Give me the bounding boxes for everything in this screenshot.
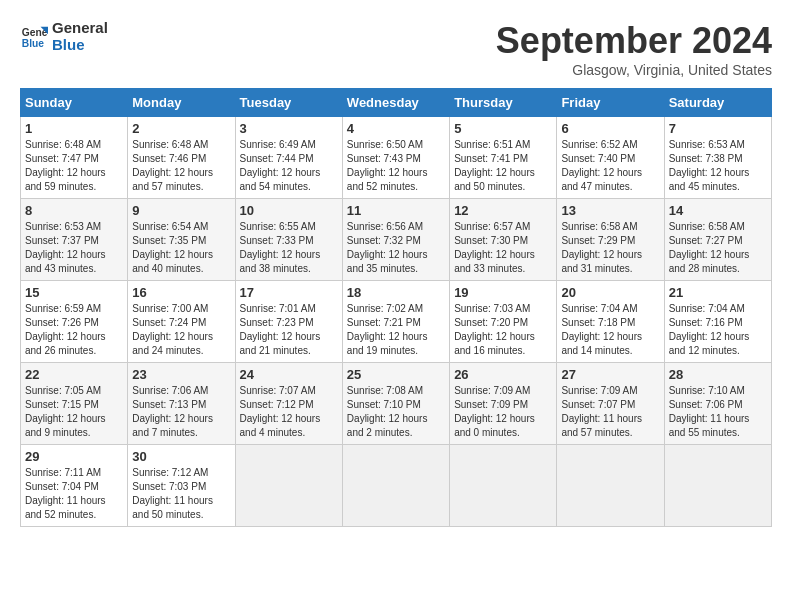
calendar-week-row: 8Sunrise: 6:53 AM Sunset: 7:37 PM Daylig… (21, 199, 772, 281)
day-detail: Sunrise: 6:50 AM Sunset: 7:43 PM Dayligh… (347, 138, 445, 194)
logo-line2: Blue (52, 37, 108, 54)
day-number: 11 (347, 203, 445, 218)
day-detail: Sunrise: 7:12 AM Sunset: 7:03 PM Dayligh… (132, 466, 230, 522)
weekday-row: SundayMondayTuesdayWednesdayThursdayFrid… (21, 89, 772, 117)
calendar-cell (235, 445, 342, 527)
day-detail: Sunrise: 7:08 AM Sunset: 7:10 PM Dayligh… (347, 384, 445, 440)
day-detail: Sunrise: 6:53 AM Sunset: 7:37 PM Dayligh… (25, 220, 123, 276)
day-detail: Sunrise: 6:54 AM Sunset: 7:35 PM Dayligh… (132, 220, 230, 276)
day-number: 24 (240, 367, 338, 382)
day-detail: Sunrise: 6:56 AM Sunset: 7:32 PM Dayligh… (347, 220, 445, 276)
day-number: 17 (240, 285, 338, 300)
calendar-cell: 2Sunrise: 6:48 AM Sunset: 7:46 PM Daylig… (128, 117, 235, 199)
day-detail: Sunrise: 6:48 AM Sunset: 7:47 PM Dayligh… (25, 138, 123, 194)
location: Glasgow, Virginia, United States (496, 62, 772, 78)
day-number: 12 (454, 203, 552, 218)
day-number: 13 (561, 203, 659, 218)
weekday-header: Saturday (664, 89, 771, 117)
day-number: 27 (561, 367, 659, 382)
calendar-table: SundayMondayTuesdayWednesdayThursdayFrid… (20, 88, 772, 527)
calendar-cell: 1Sunrise: 6:48 AM Sunset: 7:47 PM Daylig… (21, 117, 128, 199)
day-detail: Sunrise: 7:00 AM Sunset: 7:24 PM Dayligh… (132, 302, 230, 358)
logo-line1: General (52, 20, 108, 37)
day-detail: Sunrise: 7:09 AM Sunset: 7:07 PM Dayligh… (561, 384, 659, 440)
logo-icon: General Blue (20, 23, 48, 51)
day-detail: Sunrise: 6:55 AM Sunset: 7:33 PM Dayligh… (240, 220, 338, 276)
day-number: 26 (454, 367, 552, 382)
day-detail: Sunrise: 7:01 AM Sunset: 7:23 PM Dayligh… (240, 302, 338, 358)
calendar-cell: 26Sunrise: 7:09 AM Sunset: 7:09 PM Dayli… (450, 363, 557, 445)
day-number: 23 (132, 367, 230, 382)
day-number: 1 (25, 121, 123, 136)
day-number: 18 (347, 285, 445, 300)
calendar-header: SundayMondayTuesdayWednesdayThursdayFrid… (21, 89, 772, 117)
calendar-cell: 20Sunrise: 7:04 AM Sunset: 7:18 PM Dayli… (557, 281, 664, 363)
title-area: September 2024 Glasgow, Virginia, United… (496, 20, 772, 78)
calendar-week-row: 15Sunrise: 6:59 AM Sunset: 7:26 PM Dayli… (21, 281, 772, 363)
calendar-body: 1Sunrise: 6:48 AM Sunset: 7:47 PM Daylig… (21, 117, 772, 527)
calendar-cell: 14Sunrise: 6:58 AM Sunset: 7:27 PM Dayli… (664, 199, 771, 281)
day-number: 29 (25, 449, 123, 464)
day-number: 8 (25, 203, 123, 218)
day-detail: Sunrise: 6:58 AM Sunset: 7:27 PM Dayligh… (669, 220, 767, 276)
calendar-cell (557, 445, 664, 527)
calendar-week-row: 1Sunrise: 6:48 AM Sunset: 7:47 PM Daylig… (21, 117, 772, 199)
day-detail: Sunrise: 7:04 AM Sunset: 7:16 PM Dayligh… (669, 302, 767, 358)
weekday-header: Tuesday (235, 89, 342, 117)
calendar-cell: 9Sunrise: 6:54 AM Sunset: 7:35 PM Daylig… (128, 199, 235, 281)
calendar-cell: 7Sunrise: 6:53 AM Sunset: 7:38 PM Daylig… (664, 117, 771, 199)
header: General Blue General Blue September 2024… (20, 20, 772, 78)
day-detail: Sunrise: 7:06 AM Sunset: 7:13 PM Dayligh… (132, 384, 230, 440)
day-detail: Sunrise: 6:58 AM Sunset: 7:29 PM Dayligh… (561, 220, 659, 276)
calendar-week-row: 22Sunrise: 7:05 AM Sunset: 7:15 PM Dayli… (21, 363, 772, 445)
month-title: September 2024 (496, 20, 772, 62)
calendar-week-row: 29Sunrise: 7:11 AM Sunset: 7:04 PM Dayli… (21, 445, 772, 527)
day-number: 19 (454, 285, 552, 300)
calendar-cell: 3Sunrise: 6:49 AM Sunset: 7:44 PM Daylig… (235, 117, 342, 199)
day-number: 30 (132, 449, 230, 464)
calendar-cell: 11Sunrise: 6:56 AM Sunset: 7:32 PM Dayli… (342, 199, 449, 281)
calendar-cell (664, 445, 771, 527)
calendar-cell: 19Sunrise: 7:03 AM Sunset: 7:20 PM Dayli… (450, 281, 557, 363)
day-detail: Sunrise: 6:59 AM Sunset: 7:26 PM Dayligh… (25, 302, 123, 358)
calendar-cell: 27Sunrise: 7:09 AM Sunset: 7:07 PM Dayli… (557, 363, 664, 445)
day-detail: Sunrise: 7:11 AM Sunset: 7:04 PM Dayligh… (25, 466, 123, 522)
calendar-cell: 13Sunrise: 6:58 AM Sunset: 7:29 PM Dayli… (557, 199, 664, 281)
calendar-cell: 8Sunrise: 6:53 AM Sunset: 7:37 PM Daylig… (21, 199, 128, 281)
calendar-cell: 29Sunrise: 7:11 AM Sunset: 7:04 PM Dayli… (21, 445, 128, 527)
calendar-cell: 22Sunrise: 7:05 AM Sunset: 7:15 PM Dayli… (21, 363, 128, 445)
day-number: 4 (347, 121, 445, 136)
day-detail: Sunrise: 7:05 AM Sunset: 7:15 PM Dayligh… (25, 384, 123, 440)
day-detail: Sunrise: 7:03 AM Sunset: 7:20 PM Dayligh… (454, 302, 552, 358)
calendar-cell: 12Sunrise: 6:57 AM Sunset: 7:30 PM Dayli… (450, 199, 557, 281)
weekday-header: Friday (557, 89, 664, 117)
day-number: 3 (240, 121, 338, 136)
day-number: 21 (669, 285, 767, 300)
day-detail: Sunrise: 6:52 AM Sunset: 7:40 PM Dayligh… (561, 138, 659, 194)
day-detail: Sunrise: 7:04 AM Sunset: 7:18 PM Dayligh… (561, 302, 659, 358)
weekday-header: Monday (128, 89, 235, 117)
day-number: 14 (669, 203, 767, 218)
calendar-cell: 10Sunrise: 6:55 AM Sunset: 7:33 PM Dayli… (235, 199, 342, 281)
calendar-cell: 28Sunrise: 7:10 AM Sunset: 7:06 PM Dayli… (664, 363, 771, 445)
day-number: 6 (561, 121, 659, 136)
day-detail: Sunrise: 6:49 AM Sunset: 7:44 PM Dayligh… (240, 138, 338, 194)
day-detail: Sunrise: 7:02 AM Sunset: 7:21 PM Dayligh… (347, 302, 445, 358)
day-number: 15 (25, 285, 123, 300)
weekday-header: Sunday (21, 89, 128, 117)
day-detail: Sunrise: 6:51 AM Sunset: 7:41 PM Dayligh… (454, 138, 552, 194)
day-number: 9 (132, 203, 230, 218)
day-number: 5 (454, 121, 552, 136)
calendar-cell (450, 445, 557, 527)
day-number: 2 (132, 121, 230, 136)
day-detail: Sunrise: 7:07 AM Sunset: 7:12 PM Dayligh… (240, 384, 338, 440)
calendar-cell: 16Sunrise: 7:00 AM Sunset: 7:24 PM Dayli… (128, 281, 235, 363)
calendar-cell: 5Sunrise: 6:51 AM Sunset: 7:41 PM Daylig… (450, 117, 557, 199)
day-number: 7 (669, 121, 767, 136)
calendar-cell: 6Sunrise: 6:52 AM Sunset: 7:40 PM Daylig… (557, 117, 664, 199)
calendar-cell: 30Sunrise: 7:12 AM Sunset: 7:03 PM Dayli… (128, 445, 235, 527)
calendar-cell: 23Sunrise: 7:06 AM Sunset: 7:13 PM Dayli… (128, 363, 235, 445)
day-detail: Sunrise: 6:48 AM Sunset: 7:46 PM Dayligh… (132, 138, 230, 194)
day-number: 22 (25, 367, 123, 382)
calendar-cell: 25Sunrise: 7:08 AM Sunset: 7:10 PM Dayli… (342, 363, 449, 445)
